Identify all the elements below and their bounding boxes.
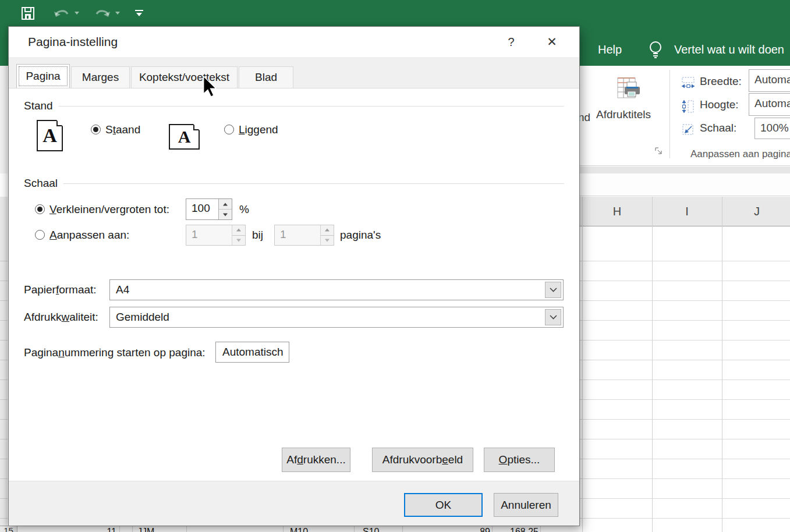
cell-value[interactable]: 11: [82, 527, 116, 532]
close-icon[interactable]: ✕: [537, 27, 566, 57]
radio-staand-label[interactable]: Staand: [105, 123, 140, 136]
paginas-label: pagina's: [340, 229, 381, 242]
redo-dropdown-icon[interactable]: [115, 12, 120, 15]
column-header-j[interactable]: J: [722, 197, 790, 218]
undo-dropdown-icon[interactable]: [75, 12, 79, 15]
fit-height-spinner[interactable]: 1: [274, 225, 334, 246]
radio-aanpassen-label[interactable]: Aanpassen aan:: [49, 229, 129, 242]
bij-label: bij: [252, 229, 263, 242]
afdrukkwaliteit-dropdown[interactable]: Gemiddeld: [109, 307, 564, 328]
scale-label: Schaal:: [700, 122, 736, 134]
schaal-group-line: [57, 183, 564, 184]
afdrukken-button[interactable]: Afdrukken...: [282, 448, 350, 472]
page-setup-dialog: Pagina-instelling ? ✕ Pagina Marges Kopt…: [8, 26, 580, 526]
papierformaat-label: Papierformaat:: [24, 283, 97, 296]
zoom-percent-spinner[interactable]: 100: [186, 198, 232, 220]
redo-icon[interactable]: [94, 7, 111, 20]
bottom-sheet-row[interactable]: 15 11 JJM M10 S10 89 168,25: [0, 526, 580, 532]
portrait-page-icon: A: [37, 120, 63, 151]
left-edge-formula-strip: [0, 173, 8, 197]
afdrukvoorbeeld-button[interactable]: Afdrukvoorbeeld: [372, 448, 473, 472]
column-header-h[interactable]: H: [582, 197, 652, 218]
landscape-page-icon: A: [169, 124, 200, 150]
left-edge-ribbon-strip: [0, 66, 8, 173]
chevron-down-icon[interactable]: [545, 282, 561, 298]
row-header-15[interactable]: 15: [0, 526, 17, 532]
ribbon-group-separator: [669, 70, 670, 158]
save-icon[interactable]: [21, 6, 35, 20]
spin-up-icon[interactable]: [232, 225, 245, 236]
dialog-launcher-icon[interactable]: [654, 147, 664, 158]
undo-icon[interactable]: [54, 7, 70, 20]
scale-width-icon: [681, 76, 695, 91]
width-value-box[interactable]: Automatisch: [749, 69, 790, 92]
papierformaat-dropdown[interactable]: A4: [109, 279, 564, 300]
tab-koptekst-voettekst[interactable]: Koptekst/voettekst: [131, 66, 238, 88]
stand-group-line: [53, 106, 564, 107]
cell-value[interactable]: M10: [290, 527, 308, 532]
tab-pagina[interactable]: Pagina: [16, 64, 70, 88]
radio-staand[interactable]: [91, 125, 101, 134]
row-header-lines: [0, 242, 8, 532]
stand-group-label: Stand: [24, 100, 59, 112]
radio-verkleinen-label[interactable]: Verkleinen/vergroten tot:: [49, 203, 169, 216]
scale-icon: [681, 123, 695, 139]
tab-marges[interactable]: Marges: [71, 66, 130, 88]
dialog-title: Pagina-instelling: [28, 27, 118, 57]
quick-access-toolbar: [0, 0, 143, 26]
fit-width-spinner[interactable]: 1: [186, 225, 246, 246]
ok-button[interactable]: OK: [404, 493, 483, 517]
scale-to-fit-group-label: Aanpassen aan pagina: [690, 148, 790, 160]
opties-button[interactable]: Opties...: [484, 448, 555, 472]
cell-value[interactable]: JJM: [137, 527, 154, 532]
radio-liggend-label[interactable]: Liggend: [239, 123, 278, 136]
tab-blad[interactable]: Blad: [239, 66, 293, 88]
column-header-i[interactable]: I: [652, 197, 722, 218]
dialog-footer: OK Annuleren: [9, 481, 579, 526]
lightbulb-icon: [647, 40, 664, 63]
cell-value[interactable]: 168,25: [498, 527, 539, 532]
tab-help[interactable]: Help: [598, 43, 622, 56]
radio-liggend[interactable]: [224, 125, 234, 134]
scale-value-box[interactable]: 100%: [754, 118, 790, 139]
cut-off-button-label: nd: [580, 111, 590, 124]
height-label: Hoogte:: [700, 98, 739, 111]
radio-verkleinen-vergroten[interactable]: [35, 204, 45, 214]
cell-value[interactable]: S10: [363, 527, 379, 532]
afdrukkwaliteit-label: Afdrukkwaliteit:: [24, 311, 98, 324]
height-value-box[interactable]: Automatisch: [749, 93, 790, 116]
mouse-cursor: [203, 76, 217, 100]
first-page-number-input[interactable]: Automatisch: [215, 342, 289, 363]
formula-bar[interactable]: [580, 173, 790, 196]
radio-aanpassen-aan[interactable]: [35, 230, 45, 240]
spin-down-icon[interactable]: [219, 210, 232, 219]
spin-down-icon[interactable]: [321, 236, 334, 246]
schaal-group-label: Schaal: [24, 177, 63, 190]
spin-up-icon[interactable]: [219, 199, 232, 210]
grid-row-lines: [580, 242, 790, 532]
spin-up-icon[interactable]: [321, 225, 334, 236]
print-titles-icon: [615, 76, 641, 102]
print-titles-button[interactable]: Afdruktitels: [596, 108, 651, 121]
cell-value[interactable]: 89: [455, 527, 490, 532]
grid-column-border: [722, 197, 722, 532]
chevron-down-icon[interactable]: [545, 309, 561, 325]
width-label: Breedte:: [700, 75, 742, 88]
column-headers[interactable]: H I J: [580, 197, 790, 226]
tell-me-box[interactable]: Vertel wat u wilt doen: [674, 43, 784, 56]
grid-column-border: [652, 197, 653, 532]
grid-column-border: [582, 197, 583, 532]
spin-down-icon[interactable]: [232, 236, 245, 246]
tab-strip: Pagina Marges Koptekst/voettekst Blad: [9, 57, 579, 88]
percent-sign: %: [239, 203, 249, 216]
customize-qat-icon[interactable]: [135, 10, 143, 16]
scale-height-icon: [681, 100, 695, 116]
annuleren-button[interactable]: Annuleren: [494, 493, 558, 517]
ribbon-content: nd Afdruktitels Breedte: Automatisch Hoo…: [580, 66, 790, 166]
dialog-help-button[interactable]: ?: [497, 27, 526, 57]
ribbon-bottom-strip: [580, 166, 790, 173]
paginanummering-label: Paginanummering starten op pagina:: [24, 346, 206, 359]
